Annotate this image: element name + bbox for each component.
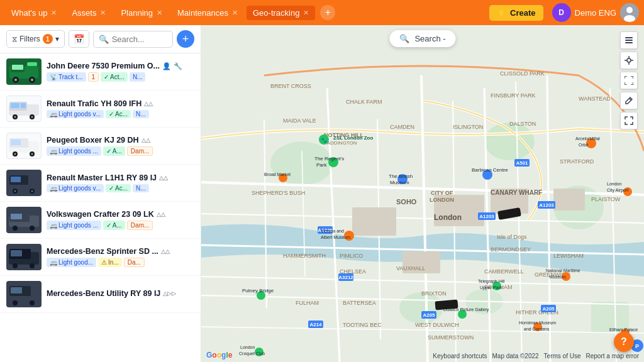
svg-text:CHALK FARM: CHALK FARM bbox=[346, 99, 382, 105]
svg-text:and Gardens: and Gardens bbox=[524, 327, 550, 331]
close-assets-icon[interactable]: ✕ bbox=[100, 9, 106, 17]
tag-active[interactable]: ✓ Act... bbox=[101, 72, 128, 82]
svg-point-41 bbox=[13, 263, 18, 268]
svg-text:Telegraph Hill: Telegraph Hill bbox=[478, 279, 505, 284]
close-geo-tracking-icon[interactable]: ✕ bbox=[303, 9, 309, 17]
tag-dam-3[interactable]: Dam... bbox=[127, 146, 153, 156]
add-tab-button[interactable]: + bbox=[320, 5, 335, 20]
tag-lg-3[interactable]: 🚐 Light goods ... bbox=[47, 146, 101, 156]
vehicle-thumbnail-6 bbox=[6, 244, 42, 270]
map-search-bar[interactable]: 🔍 Search - bbox=[389, 30, 455, 47]
close-whats-up-icon[interactable]: ✕ bbox=[51, 9, 57, 17]
tag-ac-3[interactable]: ✓ A... bbox=[103, 146, 125, 156]
vehicle-item-vw-crafter[interactable]: Volkswagen Crafter 23 09 LK △△ 🚐 Light g… bbox=[0, 202, 201, 239]
report-map-error[interactable]: Report a map error bbox=[586, 353, 639, 359]
svg-text:A205: A205 bbox=[542, 306, 555, 312]
svg-text:Croquet Club: Croquet Club bbox=[239, 351, 265, 356]
filter-button[interactable]: ⧖ Filters 1 ▾ bbox=[6, 30, 65, 48]
tag-count[interactable]: 1 bbox=[88, 72, 99, 82]
tag-da-6[interactable]: Da... bbox=[124, 258, 145, 267]
add-vehicle-button[interactable]: + bbox=[177, 30, 194, 48]
svg-text:PIMLICO: PIMLICO bbox=[340, 253, 363, 259]
tag-ac-4[interactable]: ✓ Ac... bbox=[106, 184, 131, 192]
tab-whats-up[interactable]: What's up ✕ bbox=[5, 6, 63, 20]
tag-dam-5[interactable]: Dam... bbox=[127, 221, 153, 230]
map-svg: NOTTING HILL PADDINGTON SOHO London CITY… bbox=[201, 25, 644, 362]
svg-point-159 bbox=[627, 58, 631, 62]
svg-text:SOHO: SOHO bbox=[396, 198, 417, 206]
svg-rect-58 bbox=[553, 189, 585, 211]
tag-lg-4[interactable]: 🚐 Light goods v... bbox=[47, 184, 104, 192]
vehicle-item-renault-master[interactable]: Renault Master L1H1 RY 89 IJ △△ 🚐 Light … bbox=[0, 165, 201, 202]
terms-of-use[interactable]: Terms of Use bbox=[544, 353, 581, 359]
map-layers-button[interactable] bbox=[620, 31, 638, 49]
vehicle-item-mercedes-utility[interactable]: Mercedes-Benz Utility RY 89 IJ △▷▷ bbox=[0, 276, 201, 313]
svg-point-9 bbox=[31, 79, 33, 81]
svg-text:A501: A501 bbox=[516, 160, 528, 166]
vehicle-item-peugeot-boxer[interactable]: Peugeot Boxer KJ 29 DH △△ 🚐 Light goods … bbox=[0, 128, 201, 165]
tag-n2[interactable]: N... bbox=[133, 110, 149, 118]
tag-ac-5[interactable]: ✓ A... bbox=[103, 221, 125, 230]
svg-text:The British: The British bbox=[389, 173, 413, 179]
map-container[interactable]: NOTTING HILL PADDINGTON SOHO London CITY… bbox=[201, 25, 644, 362]
map-zoom-fit-button[interactable] bbox=[620, 112, 638, 129]
svg-text:TOOTING BEC: TOOTING BEC bbox=[343, 322, 382, 328]
vehicle-tags-3: 🚐 Light goods ... ✓ A... Dam... bbox=[47, 146, 194, 156]
help-button[interactable]: ? bbox=[614, 332, 634, 352]
expand-icons-6: △△ bbox=[161, 248, 170, 255]
tab-assets[interactable]: Assets ✕ bbox=[65, 6, 112, 20]
map-edit-button[interactable] bbox=[620, 92, 638, 109]
vehicle-tags-4: 🚐 Light goods v... ✓ Ac... N... bbox=[47, 184, 194, 192]
map-fullscreen-button[interactable] bbox=[620, 72, 638, 89]
calendar-button[interactable]: 📅 bbox=[69, 30, 89, 48]
tab-planning[interactable]: Planning ✕ bbox=[114, 6, 169, 20]
vehicle-thumbnail-2 bbox=[6, 96, 42, 122]
search-input[interactable] bbox=[112, 35, 167, 44]
svg-rect-57 bbox=[352, 207, 396, 236]
svg-text:VAUXHALL: VAUXHALL bbox=[396, 265, 425, 272]
tag-lg-2[interactable]: 🚐 Light goods v... bbox=[47, 110, 104, 118]
svg-text:BRENT CROSS: BRENT CROSS bbox=[270, 83, 311, 89]
create-label: Create bbox=[510, 8, 535, 18]
vehicle-list: John Deere 7530 Premium O... 👤 🔧 📡 Track… bbox=[0, 53, 201, 362]
vehicle-thumbnail-5 bbox=[6, 207, 42, 233]
close-maintenances-icon[interactable]: ✕ bbox=[232, 9, 238, 17]
vehicle-name-3: Peugeot Boxer KJ 29 DH △△ bbox=[47, 136, 194, 145]
vehicle-name-7: Mercedes-Benz Utility RY 89 IJ △▷▷ bbox=[47, 289, 194, 298]
keyboard-shortcuts[interactable]: Keyboard shortcuts bbox=[433, 353, 487, 359]
vehicle-item-mercedes-sprinter[interactable]: Mercedes-Benz Sprinter SD ... △△ 🚐 Light… bbox=[0, 239, 201, 276]
svg-point-18 bbox=[31, 116, 33, 118]
svg-text:PLAISTOW: PLAISTOW bbox=[591, 196, 621, 202]
tag-n1[interactable]: N... bbox=[130, 72, 146, 82]
filter-chevron-icon: ▾ bbox=[55, 35, 59, 43]
tag-ac-2[interactable]: ✓ Ac... bbox=[106, 110, 131, 118]
tag-lg-6[interactable]: 🚐 Light good... bbox=[47, 258, 96, 267]
vehicle-info-5: Volkswagen Crafter 23 09 LK △△ 🚐 Light g… bbox=[47, 210, 194, 230]
svg-point-37 bbox=[30, 226, 35, 231]
close-planning-icon[interactable]: ✕ bbox=[157, 9, 162, 17]
user-menu[interactable]: D Demo ENG bbox=[552, 3, 639, 22]
svg-text:Putney Bridge: Putney Bridge bbox=[242, 288, 274, 293]
map-location-button[interactable] bbox=[620, 52, 638, 69]
tab-maintenances[interactable]: Maintenances ✕ bbox=[171, 6, 244, 20]
svg-text:ArcelorMittal: ArcelorMittal bbox=[575, 136, 600, 141]
vehicle-item-renault-trafic[interactable]: Renault Trafic YH 809 IFH △△ 🚐 Light goo… bbox=[0, 90, 201, 128]
svg-text:A1203: A1203 bbox=[479, 214, 494, 219]
vehicle-item-john-deere[interactable]: John Deere 7530 Premium O... 👤 🔧 📡 Track… bbox=[0, 53, 201, 90]
tag-track[interactable]: 📡 Track t... bbox=[47, 72, 86, 82]
expand-icons-2: △△ bbox=[144, 101, 153, 107]
search-box[interactable]: 🔍 bbox=[93, 31, 173, 48]
tag-in-6[interactable]: ⚠ In... bbox=[98, 258, 122, 267]
expand-icons-5: △△ bbox=[157, 211, 165, 217]
vehicle-name-5: Volkswagen Crafter 23 09 LK △△ bbox=[47, 210, 194, 219]
svg-rect-5 bbox=[12, 65, 23, 70]
svg-text:BATTERSEA: BATTERSEA bbox=[343, 300, 376, 306]
tag-lg-5[interactable]: 🚐 Light goods ... bbox=[47, 221, 101, 230]
svg-text:CLISSOLD PARK: CLISSOLD PARK bbox=[500, 70, 545, 77]
tab-whats-up-label: What's up bbox=[11, 8, 47, 18]
tag-n4[interactable]: N... bbox=[133, 184, 149, 192]
svg-point-16 bbox=[14, 116, 16, 118]
vehicle-info-6: Mercedes-Benz Sprinter SD ... △△ 🚐 Light… bbox=[47, 247, 194, 267]
tab-geo-tracking[interactable]: Geo-tracking ✕ bbox=[247, 6, 315, 20]
create-button[interactable]: ⚡ Create bbox=[489, 5, 543, 21]
